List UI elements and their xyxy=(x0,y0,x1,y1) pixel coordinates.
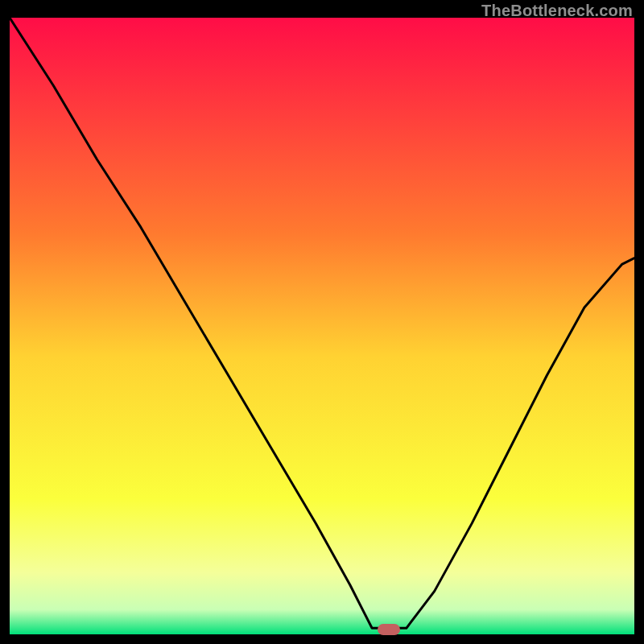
chart-stage: TheBottleneck.com xyxy=(0,0,644,644)
bottleneck-curve xyxy=(10,18,634,634)
plot-frame xyxy=(10,18,634,634)
optimal-marker xyxy=(378,624,400,635)
watermark-text: TheBottleneck.com xyxy=(481,2,633,20)
